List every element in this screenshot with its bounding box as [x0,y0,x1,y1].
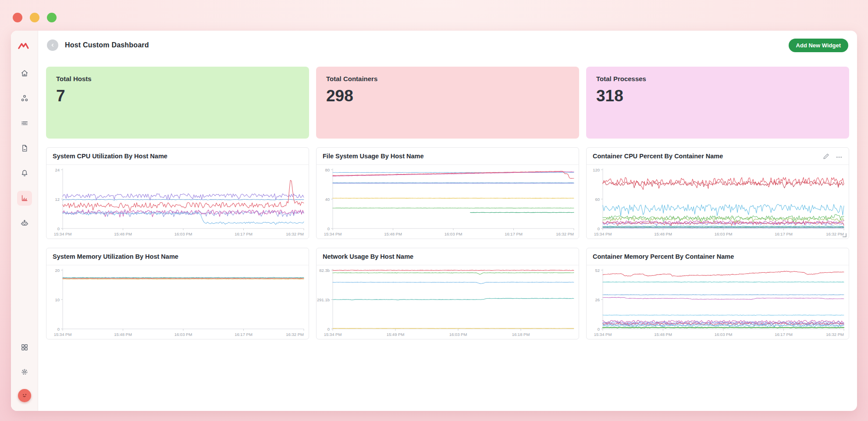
line-chart-network-usage: 0291.1b82.3b15:34 PM15:49 PM16:03 PM16:1… [317,265,579,339]
line-chart-file-system: 0408015:34 PM15:48 PM16:03 PM16:17 PM16:… [317,165,579,239]
svg-text:0: 0 [327,226,330,231]
svg-text:0: 0 [598,226,600,231]
svg-text:16:03 PM: 16:03 PM [715,332,733,337]
svg-text:15:34 PM: 15:34 PM [54,232,72,236]
alerts-bell-icon [22,171,27,176]
logs-icon [21,122,27,125]
widget-system-memory: System Memory Utilization By Host Name 0… [46,248,309,339]
chart-title: File System Usage By Host Name [323,153,423,160]
add-new-widget-button[interactable]: Add New Widget [789,39,848,52]
line-chart-container-memory: 0265215:34 PM15:48 PM16:03 PM16:17 PM16:… [587,265,849,339]
svg-text:16:03 PM: 16:03 PM [445,232,462,236]
svg-text:16:17 PM: 16:17 PM [235,332,253,337]
svg-text:24: 24 [55,168,60,172]
minimize-window-button[interactable] [30,13,39,22]
stat-value: 298 [326,87,569,105]
stat-value: 318 [596,87,839,105]
close-window-button[interactable] [13,13,22,22]
stat-value: 7 [56,87,299,105]
home-icon [21,71,27,76]
svg-text:16:03 PM: 16:03 PM [174,232,192,236]
svg-text:10: 10 [55,297,60,302]
widget-container-cpu: Container CPU Percent By Container Name … [586,147,849,239]
svg-text:15:48 PM: 15:48 PM [114,232,132,236]
document-icon [22,145,26,151]
dashboard-content: Total Hosts 7 Total Containers 298 Total… [38,60,857,411]
stat-card-total-hosts: Total Hosts 7 [46,67,309,139]
sidebar-item-dashboards[interactable] [17,191,32,206]
resize-handle[interactable] [842,233,847,237]
svg-text:0: 0 [57,226,60,231]
sidebar-item-alerts[interactable] [17,166,32,181]
svg-text:0: 0 [598,327,600,332]
svg-text:15:49 PM: 15:49 PM [387,332,405,337]
apps-grid-icon [21,345,27,350]
svg-text:16:17 PM: 16:17 PM [235,232,253,236]
stat-card-total-processes: Total Processes 318 [586,67,849,139]
more-options-icon[interactable] [836,153,843,160]
svg-text:80: 80 [325,168,330,172]
svg-text:16:03 PM: 16:03 PM [174,332,192,337]
sidebar-item-assistant[interactable] [17,216,32,231]
svg-text:82.3b: 82.3b [319,268,330,273]
widget-container-memory: Container Memory Percent By Container Na… [586,248,849,339]
svg-text:16:32 PM: 16:32 PM [286,332,304,337]
svg-text:52: 52 [595,268,600,273]
sidebar-item-apps[interactable] [17,340,32,355]
svg-text:26: 26 [595,297,600,302]
back-button[interactable] [47,39,58,51]
svg-text:16:32 PM: 16:32 PM [556,232,574,236]
svg-text:0: 0 [327,327,330,332]
svg-text:16:18 PM: 16:18 PM [512,332,530,337]
svg-text:16:17 PM: 16:17 PM [775,232,793,236]
svg-text:15:48 PM: 15:48 PM [384,232,402,236]
line-chart-container-cpu: 06012015:34 PM15:48 PM16:03 PM16:17 PM16… [587,165,849,239]
infrastructure-icon [21,96,27,101]
chart-title: System CPU Utilization By Host Name [53,153,167,160]
svg-text:16:03 PM: 16:03 PM [449,332,467,337]
widget-system-cpu: System CPU Utilization By Host Name 0122… [46,147,309,239]
chevron-left-icon [52,44,53,46]
chart-title: Container Memory Percent By Container Na… [593,253,734,260]
edit-icon[interactable] [823,153,829,160]
svg-text:120: 120 [593,168,600,172]
svg-text:15:34 PM: 15:34 PM [324,232,342,236]
widget-network-usage: Network Usage By Host Name 0291.1b82.3b1… [316,248,579,339]
svg-text:15:34 PM: 15:34 PM [594,232,612,236]
line-chart-system-memory: 0102015:34 PM15:48 PM16:03 PM16:17 PM16:… [46,265,309,339]
svg-text:16:17 PM: 16:17 PM [775,332,793,337]
sidebar-item-settings[interactable] [17,364,32,379]
avatar-face [23,394,26,397]
svg-text:16:32 PM: 16:32 PM [826,332,844,337]
widget-file-system: File System Usage By Host Name 0408015:3… [316,147,579,239]
svg-text:0: 0 [57,327,60,332]
svg-text:291.1b: 291.1b [317,297,330,302]
assistant-robot-icon [21,220,27,225]
app-window: Host Custom Dashboard Add New Widget Tot… [11,31,857,411]
settings-gear-icon [22,370,27,375]
line-chart-system-cpu: 0122415:34 PM15:48 PM16:03 PM16:17 PM16:… [46,165,309,239]
svg-text:60: 60 [595,197,600,202]
chart-title: Container CPU Percent By Container Name [593,153,723,160]
svg-text:16:03 PM: 16:03 PM [715,232,733,236]
middleware-logo [18,41,32,53]
svg-text:15:34 PM: 15:34 PM [54,332,72,337]
svg-text:15:48 PM: 15:48 PM [654,232,672,236]
stat-label: Total Processes [596,75,839,82]
svg-text:16:17 PM: 16:17 PM [505,232,523,236]
sidebar-item-infrastructure[interactable] [17,91,32,106]
zoom-window-button[interactable] [47,13,57,22]
svg-text:40: 40 [325,197,330,202]
svg-text:15:34 PM: 15:34 PM [324,332,342,337]
svg-text:16:32 PM: 16:32 PM [286,232,304,236]
svg-text:16:32 PM: 16:32 PM [826,232,844,236]
chart-title: Network Usage By Host Name [323,253,413,260]
sidebar-item-home[interactable] [17,66,32,81]
sidebar-item-documents[interactable] [17,141,32,156]
sidebar-item-logs[interactable] [17,116,32,131]
user-avatar[interactable] [18,389,31,402]
stat-label: Total Hosts [56,75,299,82]
page-header: Host Custom Dashboard Add New Widget [38,31,857,60]
svg-text:12: 12 [55,197,60,202]
sidebar [11,31,38,411]
